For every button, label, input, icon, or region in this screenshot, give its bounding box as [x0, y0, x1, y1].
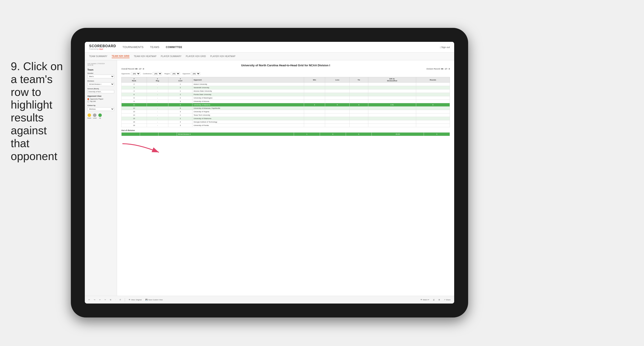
- table-row[interactable]: 6-2Florida State University: [122, 93, 450, 96]
- tab-team-h2h-heatmap[interactable]: TEAM H2H HEATMAP: [134, 55, 156, 58]
- cell-tie: [350, 107, 368, 110]
- table-row[interactable]: 13-3University of Virginia: [122, 110, 450, 113]
- nav-tournaments[interactable]: TOURNAMENTS: [122, 46, 144, 49]
- cell-diff: [368, 93, 416, 96]
- colour-by-select[interactable]: Win/loss: [88, 107, 114, 111]
- cell-conf: 1: [168, 89, 192, 93]
- separator-button[interactable]: ·: [114, 298, 116, 301]
- cell-rank: 6: [122, 93, 147, 96]
- table-row[interactable]: 2-1Auburn University: [122, 83, 450, 86]
- cell-conf: 3: [168, 100, 192, 103]
- nav-links: TOURNAMENTS TEAMS COMMITTEE: [122, 46, 440, 49]
- col-opponent: Opponent: [192, 77, 304, 83]
- cell-reg: -: [147, 103, 168, 107]
- conference-filter-select[interactable]: (All): [153, 72, 162, 75]
- col-tie: Tie: [350, 77, 368, 83]
- cell-rank: 15: [122, 117, 147, 120]
- out-div-win: 1: [294, 133, 320, 136]
- cell-rank: 11: [122, 103, 147, 107]
- cell-reg: -: [147, 83, 168, 86]
- cell-reg: -: [147, 96, 168, 100]
- tab-team-h2h-grid[interactable]: TEAM H2H GRID: [112, 54, 130, 58]
- legend-circle-down: [88, 113, 91, 117]
- cell-rounds: [416, 89, 450, 93]
- tab-team-summary[interactable]: TEAM SUMMARY: [89, 55, 107, 58]
- table-row[interactable]: 3-2Vanderbilt University: [122, 86, 450, 89]
- gender-select[interactable]: Men's: [88, 75, 114, 78]
- table-row[interactable]: 15-2University of Oklahoma: [122, 117, 450, 120]
- tab-player-h2h-heatmap[interactable]: PLAYER H2H HEATMAP: [210, 55, 235, 58]
- out-division-table: NCAA Division II 1 0 0 26.00 3: [121, 132, 450, 136]
- copy-button[interactable]: ⧉: [109, 298, 112, 301]
- table-row[interactable]: 4-1Arizona State University: [122, 89, 450, 93]
- radio-top-100[interactable]: Top 100: [88, 100, 114, 102]
- share-button[interactable]: ↗ Share: [443, 298, 452, 301]
- cell-reg: -: [147, 120, 168, 124]
- sub-nav: TEAM SUMMARY TEAM H2H GRID TEAM H2H HEAT…: [85, 52, 454, 60]
- table-row[interactable]: 11-5University of Alabama3002.618: [122, 103, 450, 107]
- cut-button[interactable]: ✂: [104, 298, 107, 301]
- nav-right: | Sign out: [440, 46, 450, 48]
- back-button[interactable]: ↩: [98, 298, 102, 301]
- cell-diff: [368, 83, 416, 86]
- clock-button[interactable]: ⏱: [118, 298, 122, 301]
- save-custom-view-button[interactable]: 💾 Save Custom View: [144, 298, 164, 301]
- print-button[interactable]: 🖨: [432, 298, 436, 301]
- cell-opponent: University of Virginia: [192, 110, 304, 113]
- table-row[interactable]: 12-6University of Arkansas, Fayetteville: [122, 107, 450, 110]
- table-row[interactable]: 8-2University of Washington: [122, 96, 450, 100]
- legend-circle-up: [98, 113, 102, 117]
- out-div-conf: [158, 133, 177, 136]
- opponents-filter-select[interactable]: (All): [131, 72, 140, 75]
- table-row[interactable]: 14-1Texas Tech University: [122, 113, 450, 117]
- cell-opponent: University of Arizona: [192, 100, 304, 103]
- cell-opponent: Florida State University: [192, 93, 304, 96]
- cell-opponent: University of Florida: [192, 124, 304, 127]
- table-row[interactable]: 9-3University of Arizona: [122, 100, 450, 103]
- legend-down: Down: [88, 113, 91, 119]
- grid-button[interactable]: ⊞: [438, 298, 441, 301]
- cell-loss: [325, 113, 350, 117]
- cell-conf: 1: [168, 113, 192, 117]
- sign-out-link[interactable]: Sign out: [441, 46, 450, 48]
- cell-opponent: Vanderbilt University: [192, 86, 304, 89]
- tab-player-summary[interactable]: PLAYER SUMMARY: [161, 55, 182, 58]
- cell-diff: [368, 86, 416, 89]
- legend: Down Level Up: [88, 113, 114, 119]
- watch-button[interactable]: 👁 Watch ▾: [420, 298, 430, 301]
- radio-dot-opponents: [88, 98, 89, 100]
- cell-diff: [368, 96, 416, 100]
- grid-title: University of North Carolina Head-to-Hea…: [121, 64, 450, 67]
- out-division-row[interactable]: NCAA Division II 1 0 0 26.00 3: [122, 133, 450, 136]
- cell-opponent: Arizona State University: [192, 89, 304, 93]
- table-row[interactable]: 16-3University of Florida: [122, 124, 450, 127]
- col-rounds: Rounds: [416, 77, 450, 83]
- out-div-tie: 0: [346, 133, 372, 136]
- redo-button[interactable]: ↪: [93, 298, 96, 301]
- cell-diff: [368, 124, 416, 127]
- nav-committee[interactable]: COMMITTEE: [166, 46, 182, 49]
- col-win: Win: [304, 77, 325, 83]
- col-rank: #Rank: [122, 77, 147, 83]
- view-original-button[interactable]: 👁 View: Original: [128, 298, 142, 301]
- radio-dot-top100: [88, 101, 89, 102]
- undo-button[interactable]: ↩: [88, 298, 91, 301]
- cell-opponent: University of Washington: [192, 96, 304, 100]
- table-row[interactable]: 16-4Georgia Institute of Technology: [122, 120, 450, 124]
- nav-teams[interactable]: TEAMS: [150, 46, 160, 49]
- opponent-filter-select[interactable]: (All): [191, 72, 200, 75]
- tab-player-h2h-grid[interactable]: PLAYER H2H GRID: [186, 55, 206, 58]
- cell-rounds: [416, 83, 450, 86]
- tablet-device: SCOREBOARD Powered by clippi TOURNAMENTS…: [71, 28, 468, 318]
- brand-name: clippi: [98, 48, 103, 50]
- cell-diff: [368, 110, 416, 113]
- radio-opponents-played[interactable]: Opponents Played: [88, 98, 114, 100]
- division-label: Division: [88, 80, 114, 82]
- cell-rounds: [416, 96, 450, 100]
- cell-tie: [350, 86, 368, 89]
- cell-rounds: [416, 93, 450, 96]
- division-select[interactable]: NCAA Division I: [88, 82, 114, 86]
- cell-reg: -: [147, 117, 168, 120]
- cell-win: [304, 89, 325, 93]
- region-filter-select[interactable]: (All): [171, 72, 180, 75]
